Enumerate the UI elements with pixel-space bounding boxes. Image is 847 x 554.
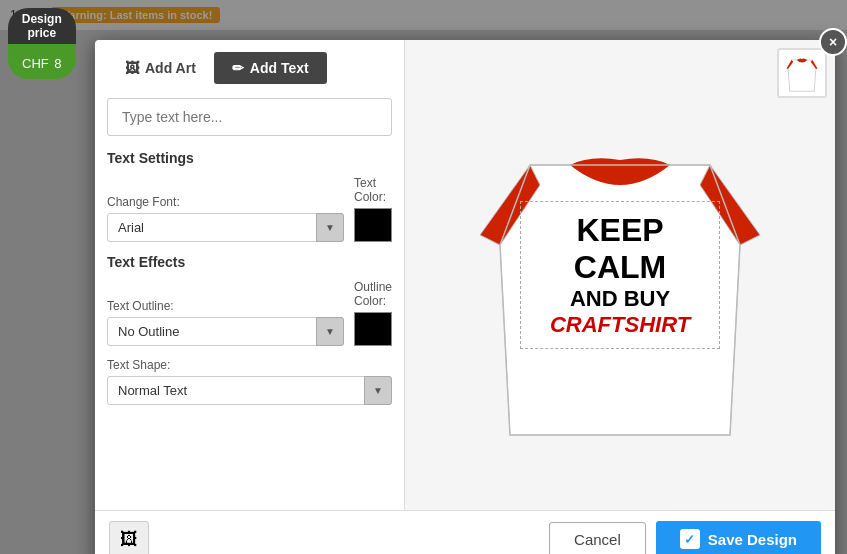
shape-row: Text Shape: Normal Text Arc Up Arc Down … — [107, 358, 392, 405]
design-price-badge: Designprice CHF 8 — [8, 8, 76, 79]
footer-image-button[interactable]: 🖼 — [109, 521, 149, 554]
image-icon: 🖼 — [125, 60, 139, 76]
font-group: Change Font: Arial Times New Roman Couri… — [107, 195, 344, 242]
price-number: 8 — [54, 56, 61, 71]
thumbnail-svg — [784, 53, 820, 93]
text-input[interactable] — [107, 98, 392, 136]
font-select-wrapper: Arial Times New Roman Courier New Georgi… — [107, 213, 344, 242]
design-price-value: CHF 8 — [8, 44, 76, 79]
shirt-line1: KEEP — [541, 212, 699, 249]
outline-select[interactable]: No Outline Thin Medium Thick — [107, 317, 344, 346]
shape-select[interactable]: Normal Text Arc Up Arc Down Circle Wave — [107, 376, 392, 405]
svg-marker-6 — [788, 60, 816, 91]
tab-add-text-label: Add Text — [250, 60, 309, 76]
outline-label: Text Outline: — [107, 299, 344, 313]
shirt-text-overlay: KEEP CALM AND BUY CRAFTSHIRT — [520, 201, 720, 349]
outline-color-group: Outline Color: — [354, 280, 392, 346]
shirt-thumbnail[interactable] — [777, 48, 827, 98]
shape-label: Text Shape: — [107, 358, 392, 372]
shirt-line3: AND BUY — [541, 286, 699, 312]
close-icon: × — [829, 34, 837, 50]
text-color-group: Text Color: — [354, 176, 392, 242]
font-label: Change Font: — [107, 195, 344, 209]
outline-color-swatch[interactable] — [354, 312, 392, 346]
shape-select-wrapper: Normal Text Arc Up Arc Down Circle Wave — [107, 376, 392, 405]
outline-group: Text Outline: No Outline Thin Medium Thi… — [107, 299, 344, 346]
tabs-container: 🖼 Add Art ✏ Add Text — [107, 52, 392, 84]
outline-row: Text Outline: No Outline Thin Medium Thi… — [107, 280, 392, 346]
text-color-label: Text Color: — [354, 176, 392, 204]
tab-add-art[interactable]: 🖼 Add Art — [107, 52, 214, 84]
modal-dialog: × 🖼 Add Art ✏ Add Text Text Settings — [95, 40, 835, 554]
text-effects-section: Text Effects Text Outline: No Outline Th… — [107, 254, 392, 405]
shirt-line2: CALM — [541, 249, 699, 286]
tab-add-art-label: Add Art — [145, 60, 196, 76]
save-design-label: Save Design — [708, 531, 797, 548]
cancel-button[interactable]: Cancel — [549, 522, 646, 555]
font-row: Change Font: Arial Times New Roman Couri… — [107, 176, 392, 242]
price-currency: CHF — [22, 56, 49, 71]
right-panel: KEEP CALM AND BUY CRAFTSHIRT — [405, 40, 835, 510]
text-color-swatch[interactable] — [354, 208, 392, 242]
tshirt-canvas: KEEP CALM AND BUY CRAFTSHIRT — [450, 85, 790, 465]
design-price-label: Designprice — [8, 8, 76, 44]
text-effects-heading: Text Effects — [107, 254, 392, 270]
modal-footer: 🖼 Cancel ✓ Save Design — [95, 510, 835, 554]
outline-select-wrapper: No Outline Thin Medium Thick — [107, 317, 344, 346]
text-settings-heading: Text Settings — [107, 150, 392, 166]
save-check-icon: ✓ — [680, 529, 700, 549]
outline-color-label: Outline Color: — [354, 280, 392, 308]
modal-body: 🖼 Add Art ✏ Add Text Text Settings Chang… — [95, 40, 835, 510]
left-panel: 🖼 Add Art ✏ Add Text Text Settings Chang… — [95, 40, 405, 510]
save-design-button[interactable]: ✓ Save Design — [656, 521, 821, 554]
pencil-icon: ✏ — [232, 60, 244, 76]
shape-group: Text Shape: Normal Text Arc Up Arc Down … — [107, 358, 392, 405]
modal-close-button[interactable]: × — [819, 28, 847, 56]
font-select[interactable]: Arial Times New Roman Courier New Georgi… — [107, 213, 344, 242]
shirt-line4: CRAFTSHIRT — [541, 312, 699, 338]
tab-add-text[interactable]: ✏ Add Text — [214, 52, 327, 84]
footer-image-icon: 🖼 — [120, 529, 138, 550]
